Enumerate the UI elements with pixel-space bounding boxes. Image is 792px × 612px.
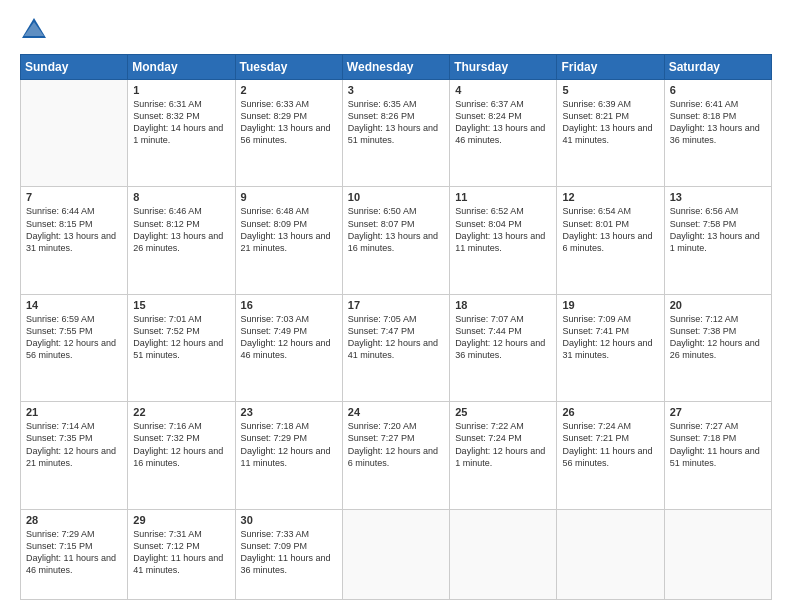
day-number: 6 <box>670 84 766 96</box>
cell-info: Sunrise: 7:29 AMSunset: 7:15 PMDaylight:… <box>26 528 122 577</box>
cell-info: Sunrise: 7:24 AMSunset: 7:21 PMDaylight:… <box>562 420 658 469</box>
cell-info: Sunrise: 6:48 AMSunset: 8:09 PMDaylight:… <box>241 205 337 254</box>
day-number: 11 <box>455 191 551 203</box>
calendar-cell: 21Sunrise: 7:14 AMSunset: 7:35 PMDayligh… <box>21 402 128 509</box>
day-number: 7 <box>26 191 122 203</box>
header <box>20 16 772 44</box>
cell-info: Sunrise: 6:41 AMSunset: 8:18 PMDaylight:… <box>670 98 766 147</box>
day-number: 24 <box>348 406 444 418</box>
calendar-cell: 12Sunrise: 6:54 AMSunset: 8:01 PMDayligh… <box>557 187 664 294</box>
calendar-cell <box>664 509 771 599</box>
day-number: 13 <box>670 191 766 203</box>
day-number: 12 <box>562 191 658 203</box>
calendar-cell: 9Sunrise: 6:48 AMSunset: 8:09 PMDaylight… <box>235 187 342 294</box>
calendar-cell: 27Sunrise: 7:27 AMSunset: 7:18 PMDayligh… <box>664 402 771 509</box>
day-number: 5 <box>562 84 658 96</box>
day-number: 27 <box>670 406 766 418</box>
calendar-cell: 13Sunrise: 6:56 AMSunset: 7:58 PMDayligh… <box>664 187 771 294</box>
cell-info: Sunrise: 7:07 AMSunset: 7:44 PMDaylight:… <box>455 313 551 362</box>
day-number: 3 <box>348 84 444 96</box>
day-number: 1 <box>133 84 229 96</box>
calendar-header-saturday: Saturday <box>664 55 771 80</box>
day-number: 23 <box>241 406 337 418</box>
calendar-cell: 5Sunrise: 6:39 AMSunset: 8:21 PMDaylight… <box>557 80 664 187</box>
cell-info: Sunrise: 6:46 AMSunset: 8:12 PMDaylight:… <box>133 205 229 254</box>
day-number: 18 <box>455 299 551 311</box>
cell-info: Sunrise: 7:33 AMSunset: 7:09 PMDaylight:… <box>241 528 337 577</box>
day-number: 14 <box>26 299 122 311</box>
cell-info: Sunrise: 6:44 AMSunset: 8:15 PMDaylight:… <box>26 205 122 254</box>
calendar-cell: 17Sunrise: 7:05 AMSunset: 7:47 PMDayligh… <box>342 294 449 401</box>
calendar-cell: 16Sunrise: 7:03 AMSunset: 7:49 PMDayligh… <box>235 294 342 401</box>
cell-info: Sunrise: 7:01 AMSunset: 7:52 PMDaylight:… <box>133 313 229 362</box>
calendar-header-sunday: Sunday <box>21 55 128 80</box>
cell-info: Sunrise: 6:37 AMSunset: 8:24 PMDaylight:… <box>455 98 551 147</box>
calendar-week-2: 7Sunrise: 6:44 AMSunset: 8:15 PMDaylight… <box>21 187 772 294</box>
cell-info: Sunrise: 7:20 AMSunset: 7:27 PMDaylight:… <box>348 420 444 469</box>
calendar-header-row: SundayMondayTuesdayWednesdayThursdayFrid… <box>21 55 772 80</box>
calendar-cell: 11Sunrise: 6:52 AMSunset: 8:04 PMDayligh… <box>450 187 557 294</box>
cell-info: Sunrise: 7:31 AMSunset: 7:12 PMDaylight:… <box>133 528 229 577</box>
day-number: 20 <box>670 299 766 311</box>
cell-info: Sunrise: 6:31 AMSunset: 8:32 PMDaylight:… <box>133 98 229 147</box>
calendar-cell: 26Sunrise: 7:24 AMSunset: 7:21 PMDayligh… <box>557 402 664 509</box>
calendar-cell <box>557 509 664 599</box>
day-number: 30 <box>241 514 337 526</box>
calendar-cell: 24Sunrise: 7:20 AMSunset: 7:27 PMDayligh… <box>342 402 449 509</box>
calendar-cell: 2Sunrise: 6:33 AMSunset: 8:29 PMDaylight… <box>235 80 342 187</box>
day-number: 9 <box>241 191 337 203</box>
calendar-cell: 4Sunrise: 6:37 AMSunset: 8:24 PMDaylight… <box>450 80 557 187</box>
calendar-week-4: 21Sunrise: 7:14 AMSunset: 7:35 PMDayligh… <box>21 402 772 509</box>
day-number: 17 <box>348 299 444 311</box>
calendar-cell: 20Sunrise: 7:12 AMSunset: 7:38 PMDayligh… <box>664 294 771 401</box>
calendar-cell: 19Sunrise: 7:09 AMSunset: 7:41 PMDayligh… <box>557 294 664 401</box>
calendar-header-wednesday: Wednesday <box>342 55 449 80</box>
calendar-cell: 10Sunrise: 6:50 AMSunset: 8:07 PMDayligh… <box>342 187 449 294</box>
calendar-cell: 28Sunrise: 7:29 AMSunset: 7:15 PMDayligh… <box>21 509 128 599</box>
cell-info: Sunrise: 7:16 AMSunset: 7:32 PMDaylight:… <box>133 420 229 469</box>
calendar-cell: 6Sunrise: 6:41 AMSunset: 8:18 PMDaylight… <box>664 80 771 187</box>
calendar-cell <box>342 509 449 599</box>
calendar-header-friday: Friday <box>557 55 664 80</box>
cell-info: Sunrise: 7:27 AMSunset: 7:18 PMDaylight:… <box>670 420 766 469</box>
cell-info: Sunrise: 7:12 AMSunset: 7:38 PMDaylight:… <box>670 313 766 362</box>
day-number: 28 <box>26 514 122 526</box>
day-number: 10 <box>348 191 444 203</box>
day-number: 21 <box>26 406 122 418</box>
day-number: 22 <box>133 406 229 418</box>
calendar-cell: 22Sunrise: 7:16 AMSunset: 7:32 PMDayligh… <box>128 402 235 509</box>
day-number: 2 <box>241 84 337 96</box>
logo-icon <box>20 16 48 44</box>
cell-info: Sunrise: 7:14 AMSunset: 7:35 PMDaylight:… <box>26 420 122 469</box>
calendar-cell: 23Sunrise: 7:18 AMSunset: 7:29 PMDayligh… <box>235 402 342 509</box>
cell-info: Sunrise: 7:18 AMSunset: 7:29 PMDaylight:… <box>241 420 337 469</box>
cell-info: Sunrise: 7:05 AMSunset: 7:47 PMDaylight:… <box>348 313 444 362</box>
cell-info: Sunrise: 7:22 AMSunset: 7:24 PMDaylight:… <box>455 420 551 469</box>
calendar-cell <box>450 509 557 599</box>
cell-info: Sunrise: 6:56 AMSunset: 7:58 PMDaylight:… <box>670 205 766 254</box>
calendar-cell: 14Sunrise: 6:59 AMSunset: 7:55 PMDayligh… <box>21 294 128 401</box>
cell-info: Sunrise: 6:59 AMSunset: 7:55 PMDaylight:… <box>26 313 122 362</box>
cell-info: Sunrise: 6:50 AMSunset: 8:07 PMDaylight:… <box>348 205 444 254</box>
day-number: 16 <box>241 299 337 311</box>
day-number: 26 <box>562 406 658 418</box>
cell-info: Sunrise: 6:39 AMSunset: 8:21 PMDaylight:… <box>562 98 658 147</box>
page: SundayMondayTuesdayWednesdayThursdayFrid… <box>0 0 792 612</box>
cell-info: Sunrise: 6:35 AMSunset: 8:26 PMDaylight:… <box>348 98 444 147</box>
day-number: 4 <box>455 84 551 96</box>
day-number: 8 <box>133 191 229 203</box>
calendar-cell: 3Sunrise: 6:35 AMSunset: 8:26 PMDaylight… <box>342 80 449 187</box>
cell-info: Sunrise: 7:09 AMSunset: 7:41 PMDaylight:… <box>562 313 658 362</box>
calendar-week-1: 1Sunrise: 6:31 AMSunset: 8:32 PMDaylight… <box>21 80 772 187</box>
day-number: 25 <box>455 406 551 418</box>
calendar-cell: 30Sunrise: 7:33 AMSunset: 7:09 PMDayligh… <box>235 509 342 599</box>
calendar-cell: 1Sunrise: 6:31 AMSunset: 8:32 PMDaylight… <box>128 80 235 187</box>
calendar-header-tuesday: Tuesday <box>235 55 342 80</box>
calendar-cell: 7Sunrise: 6:44 AMSunset: 8:15 PMDaylight… <box>21 187 128 294</box>
day-number: 15 <box>133 299 229 311</box>
calendar-week-3: 14Sunrise: 6:59 AMSunset: 7:55 PMDayligh… <box>21 294 772 401</box>
calendar-table: SundayMondayTuesdayWednesdayThursdayFrid… <box>20 54 772 600</box>
calendar-cell: 8Sunrise: 6:46 AMSunset: 8:12 PMDaylight… <box>128 187 235 294</box>
calendar-header-thursday: Thursday <box>450 55 557 80</box>
cell-info: Sunrise: 6:54 AMSunset: 8:01 PMDaylight:… <box>562 205 658 254</box>
